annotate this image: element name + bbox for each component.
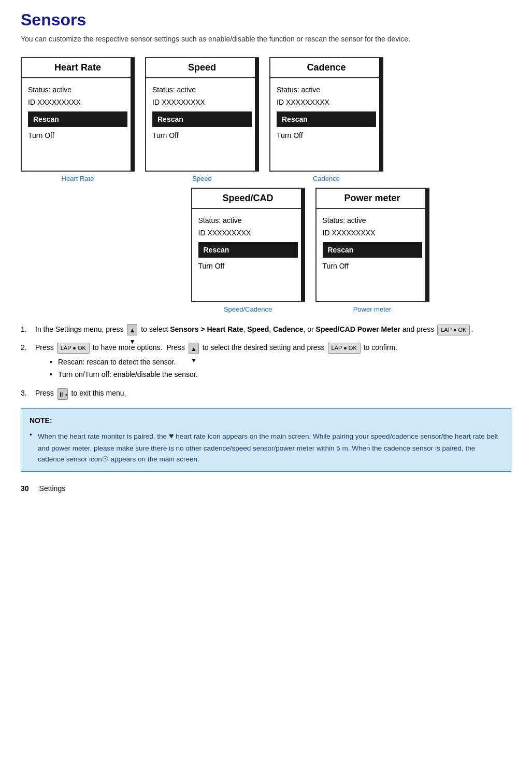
bullet-turnoff: • Turn on/Turn off: enable/disable the s… [50, 369, 511, 380]
rescan-button-heart-rate[interactable]: Rescan [28, 111, 127, 127]
turnoff-speed-cad: Turn Off [198, 260, 298, 270]
bullet-text-turnoff: Turn on/Turn off: enable/disable the sen… [58, 369, 198, 380]
up-icon: ▲▼ [127, 324, 137, 335]
sensor-card-body-heart-rate: Status: active ID XXXXXXXXX Rescan Turn … [22, 78, 134, 171]
turnoff-cadence: Turn Off [277, 129, 376, 139]
instruction-step-3: 3. Press ⏸↺ to exit this menu. [21, 387, 511, 399]
note-bullet: • When the heart rate monitor is paired,… [30, 429, 502, 465]
sensor-card-power-meter: Power meter Status: active ID XXXXXXXXX … [315, 188, 429, 302]
sensor-card-wrap-speed: Speed Status: active ID XXXXXXXXX Rescan… [145, 57, 259, 183]
instruction-bullets-2: • Rescan: rescan to detect the sensor. •… [50, 356, 511, 381]
sensor-status-speed: Status: active [152, 86, 252, 94]
turnoff-heart-rate: Turn Off [28, 129, 127, 139]
rescan-button-cadence[interactable]: Rescan [277, 111, 376, 127]
sensor-right-bar-speed [255, 58, 259, 171]
bullet-dot-rescan: • [50, 356, 58, 368]
sensor-status-speed-cad: Status: active [198, 216, 298, 224]
bullet-text-rescan: Rescan: rescan to detect the sensor. [58, 356, 176, 368]
sensor-status-power-meter: Status: active [323, 216, 422, 224]
sensor-card-header-cadence: Cadence [270, 58, 382, 78]
sensor-id-power-meter: ID XXXXXXXXX [323, 229, 422, 237]
lap-ok-button-2a: LAP ● OK [57, 343, 90, 354]
sensor-card-body-cadence: Status: active ID XXXXXXXXX Rescan Turn … [270, 78, 382, 171]
footer: 30 Settings [21, 484, 511, 493]
instruction-num-3: 3. [21, 387, 35, 399]
bullet-rescan: • Rescan: rescan to detect the sensor. [50, 356, 511, 368]
instruction-text-3: Press ⏸↺ to exit this menu. [35, 387, 511, 399]
sensor-card-speed-cad: Speed/CAD Status: active ID XXXXXXXXX Re… [191, 188, 305, 302]
sensor-status-heart-rate: Status: active [28, 86, 127, 94]
sensor-card-header-speed-cad: Speed/CAD [192, 189, 304, 209]
sensor-card-body-speed-cad: Status: active ID XXXXXXXXX Rescan Turn … [192, 209, 304, 301]
sensor-card-body-power-meter: Status: active ID XXXXXXXXX Rescan Turn … [317, 209, 428, 301]
back-icon: ⏸↺ [57, 388, 68, 400]
sensor-card-speed: Speed Status: active ID XXXXXXXXX Rescan… [145, 57, 259, 172]
sensor-id-speed-cad: ID XXXXXXXXX [198, 229, 298, 237]
sensor-card-wrap-speed-cad: Speed/CAD Status: active ID XXXXXXXXX Re… [191, 188, 305, 313]
heart-icon: ♥ [169, 431, 174, 440]
sensor-right-bar-power-meter [425, 189, 429, 301]
note-bullet-dot: • [30, 429, 38, 441]
sensor-card-header-heart-rate: Heart Rate [22, 58, 134, 78]
page-description: You can customize the respective sensor … [21, 34, 511, 45]
rescan-button-speed-cad[interactable]: Rescan [198, 242, 298, 258]
sensor-id-speed: ID XXXXXXXXX [152, 98, 252, 106]
sensor-id-cadence: ID XXXXXXXXX [277, 98, 376, 106]
instruction-text-1: In the Settings menu, press ▲▼ to select… [35, 324, 511, 335]
note-box: NOTE: • When the heart rate monitor is p… [21, 408, 511, 472]
sensor-status-cadence: Status: active [277, 86, 376, 94]
lap-ok-button-1: LAP ● OK [437, 325, 470, 336]
page-title: Sensors [21, 10, 511, 30]
sensor-card-wrap-heart-rate: Heart Rate Status: active ID XXXXXXXXX R… [21, 57, 135, 183]
instruction-num-2: 2. [21, 342, 35, 353]
sensor-right-bar-speed-cad [301, 189, 305, 301]
rescan-button-speed[interactable]: Rescan [152, 111, 252, 127]
rescan-button-power-meter[interactable]: Rescan [323, 242, 422, 258]
sensor-card-wrap-power-meter: Power meter Status: active ID XXXXXXXXX … [315, 188, 429, 313]
note-text: When the heart rate monitor is paired, t… [38, 429, 502, 465]
sensor-card-header-speed: Speed [146, 58, 258, 78]
sensor-id-heart-rate: ID XXXXXXXXX [28, 98, 127, 106]
sensor-caption-power-meter: Power meter [353, 305, 392, 313]
sensor-card-header-power-meter: Power meter [317, 189, 428, 209]
instruction-num-1: 1. [21, 324, 35, 335]
footer-page-num: 30 [21, 484, 29, 493]
note-title: NOTE: [30, 415, 502, 426]
sensor-card-wrap-cadence: Cadence Status: active ID XXXXXXXXX Resc… [269, 57, 383, 183]
sensor-row-1: Heart Rate Status: active ID XXXXXXXXX R… [21, 57, 511, 183]
sensor-caption-cadence: Cadence [313, 175, 340, 183]
lap-ok-button-2b: LAP ● OK [328, 343, 361, 354]
sensor-caption-speed: Speed [192, 175, 212, 183]
sensor-card-heart-rate: Heart Rate Status: active ID XXXXXXXXX R… [21, 57, 135, 172]
sensor-right-bar-cadence [379, 58, 383, 171]
instruction-step-1: 1. In the Settings menu, press ▲▼ to sel… [21, 324, 511, 335]
bullet-dot-turnoff: • [50, 369, 58, 380]
sensor-right-bar-heart-rate [131, 58, 135, 171]
sensor-card-cadence: Cadence Status: active ID XXXXXXXXX Resc… [269, 57, 383, 172]
up-icon-2: ▲▼ [189, 343, 199, 354]
instruction-text-2: Press LAP ● OK to have more options. Pre… [35, 342, 511, 381]
sensor-caption-heart-rate: Heart Rate [62, 175, 94, 183]
sensor-card-body-speed: Status: active ID XXXXXXXXX Rescan Turn … [146, 78, 258, 171]
sensor-row-2: Speed/CAD Status: active ID XXXXXXXXX Re… [21, 188, 511, 313]
footer-section: Settings [39, 484, 66, 493]
instruction-step-2: 2. Press LAP ● OK to have more options. … [21, 342, 511, 381]
instructions-section: 1. In the Settings menu, press ▲▼ to sel… [21, 324, 511, 400]
sensor-caption-speed-cad: Speed/Cadence [224, 305, 272, 313]
turnoff-speed: Turn Off [152, 129, 252, 139]
turnoff-power-meter: Turn Off [323, 260, 422, 270]
